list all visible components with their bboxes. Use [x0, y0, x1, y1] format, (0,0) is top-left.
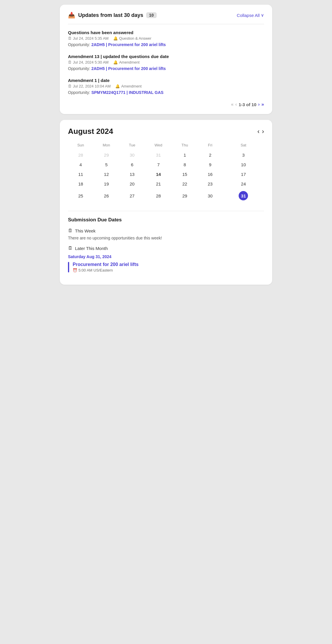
calendar-day[interactable]: 3 — [223, 150, 264, 160]
updates-header: 📥 Updates from last 30 days 10 Collapse … — [68, 12, 264, 19]
day-header-fri: Fri — [198, 143, 223, 150]
submission-date-label: Saturday Aug 31, 2024 — [68, 254, 264, 259]
calendar-day[interactable]: 28 — [68, 150, 93, 160]
update-item: Amendment 1 | date 🗓 Jul 22, 2024 10:04 … — [68, 78, 264, 95]
calendar-day[interactable]: 23 — [198, 179, 223, 189]
opportunity-block: Procurement for 200 ariel lifts ⏰ 5:00 A… — [68, 262, 264, 272]
update-item-meta: 🗓 Jul 22, 2024 10:04 AM 🔔 Amendment — [68, 84, 264, 88]
calendar-day[interactable]: 30 — [119, 150, 145, 160]
day-header-sun: Sun — [68, 143, 93, 150]
calendar-day[interactable]: 4 — [68, 160, 93, 169]
clock-icon: ⏰ — [73, 268, 77, 272]
later-this-month-section: 🗓 Later This Month Saturday Aug 31, 2024… — [68, 246, 264, 272]
calendar-day[interactable]: 12 — [93, 169, 119, 179]
calendar-day[interactable]: 26 — [93, 189, 119, 203]
calendar-day[interactable]: 2 — [198, 150, 223, 160]
prev-page-button[interactable]: ‹ — [235, 102, 237, 107]
calendar-day[interactable]: 25 — [68, 189, 93, 203]
opportunity-link[interactable]: 2ADH5 | Procurement for 200 ariel lifts — [91, 42, 166, 47]
later-this-month-label: 🗓 Later This Month — [68, 246, 264, 251]
calendar-day[interactable]: 27 — [119, 189, 145, 203]
collapse-all-button[interactable]: Collapse All ∨ — [237, 13, 264, 18]
calendar-day[interactable]: 7 — [145, 160, 172, 169]
updates-title: Updates from last 30 days — [78, 12, 143, 18]
update-date: 🗓 Jul 22, 2024 10:04 AM — [68, 84, 111, 88]
pagination-info: 1-3 of 10 — [239, 102, 256, 107]
bell-icon: 🔔 — [113, 36, 118, 41]
opportunity-bar — [68, 262, 69, 272]
calendar-day[interactable]: 11 — [68, 169, 93, 179]
update-item-meta: 🗓 Jul 24, 2024 5:35 AM 🔔 Question & Answ… — [68, 36, 264, 41]
update-type: 🔔 Question & Answer — [113, 36, 151, 41]
calendar-day[interactable]: 31 — [145, 150, 172, 160]
calendar-day-event[interactable]: 31 — [223, 189, 264, 203]
calendar-week: 25 26 27 28 29 30 31 — [68, 189, 264, 203]
pagination: « ‹ 1-3 of 10 › » — [68, 102, 264, 107]
update-type: 🔔 Amendment — [115, 84, 141, 88]
calendar-icon: 🗓 — [68, 36, 72, 41]
update-date: 🗓 Jul 24, 2024 5:30 AM — [68, 60, 109, 64]
opportunity-name[interactable]: Procurement for 200 ariel lifts — [73, 262, 139, 267]
calendar-day[interactable]: 30 — [198, 189, 223, 203]
calendar-day[interactable]: 1 — [172, 150, 198, 160]
updates-inbox-icon: 📥 — [68, 12, 75, 19]
day-header-wed: Wed — [145, 143, 172, 150]
opportunity-link[interactable]: SPMYM224Q1771 | INDUSTRIAL GAS — [91, 90, 163, 95]
calendar-day[interactable]: 16 — [198, 169, 223, 179]
last-page-button[interactable]: » — [261, 102, 264, 107]
calendar-day[interactable]: 15 — [172, 169, 198, 179]
submission-title: Submission Due Dates — [68, 217, 264, 223]
next-page-button[interactable]: › — [258, 102, 260, 107]
this-week-section: 🗓 This Week There are no upcoming opport… — [68, 228, 264, 240]
update-item: Amendment 13 | updated the questions due… — [68, 54, 264, 71]
calendar-days-header: Sun Mon Tue Wed Thu Fri Sat — [68, 143, 264, 150]
calendar-card: August 2024 ‹ › Sun Mon Tue Wed Thu Fri … — [60, 120, 272, 285]
day-header-thu: Thu — [172, 143, 198, 150]
calendar-week: 18 19 20 21 22 23 24 — [68, 179, 264, 189]
opportunity-link[interactable]: 2ADH5 | Procurement for 200 ariel lifts — [91, 66, 166, 71]
update-type: 🔔 Amendment — [113, 60, 139, 64]
calendar-day-today[interactable]: 14 — [145, 169, 172, 179]
day-header-sat: Sat — [223, 143, 264, 150]
calendar-day[interactable]: 6 — [119, 160, 145, 169]
calendar-day[interactable]: 21 — [145, 179, 172, 189]
chevron-down-icon: ∨ — [261, 13, 264, 18]
calendar-nav: ‹ › — [257, 128, 264, 135]
calendar-week: 28 29 30 31 1 2 3 — [68, 150, 264, 160]
calendar-next-button[interactable]: › — [262, 128, 264, 135]
header-divider — [68, 24, 264, 24]
calendar-month-year: August 2024 — [68, 127, 113, 136]
update-item-title: Amendment 1 | date — [68, 78, 264, 83]
calendar-prev-button[interactable]: ‹ — [257, 128, 259, 135]
calendar-day[interactable]: 19 — [93, 179, 119, 189]
calendar-day[interactable]: 9 — [198, 160, 223, 169]
update-item: Questions have been answered 🗓 Jul 24, 2… — [68, 30, 264, 47]
calendar-day[interactable]: 13 — [119, 169, 145, 179]
calendar-day[interactable]: 28 — [145, 189, 172, 203]
opportunity-time: ⏰ 5:00 AM US/Eastern — [73, 268, 139, 272]
calendar-day[interactable]: 8 — [172, 160, 198, 169]
submission-due-dates: Submission Due Dates 🗓 This Week There a… — [68, 211, 264, 272]
updates-card: 📥 Updates from last 30 days 10 Collapse … — [60, 5, 272, 114]
calendar-day[interactable]: 5 — [93, 160, 119, 169]
calendar-day[interactable]: 18 — [68, 179, 93, 189]
update-date: 🗓 Jul 24, 2024 5:35 AM — [68, 36, 109, 41]
first-page-button[interactable]: « — [231, 102, 234, 107]
update-opportunity: Opportunity: 2ADH5 | Procurement for 200… — [68, 66, 264, 71]
update-opportunity: Opportunity: 2ADH5 | Procurement for 200… — [68, 42, 264, 47]
day-header-tue: Tue — [119, 143, 145, 150]
calendar-day[interactable]: 10 — [223, 160, 264, 169]
calendar-day[interactable]: 20 — [119, 179, 145, 189]
calendar-small-icon: 🗓 — [68, 246, 73, 251]
calendar-week: 4 5 6 7 8 9 10 — [68, 160, 264, 169]
calendar-day[interactable]: 22 — [172, 179, 198, 189]
calendar-day[interactable]: 24 — [223, 179, 264, 189]
bell-icon: 🔔 — [115, 84, 120, 88]
calendar-day[interactable]: 17 — [223, 169, 264, 179]
calendar-header: August 2024 ‹ › — [68, 127, 264, 136]
calendar-week: 11 12 13 14 15 16 17 — [68, 169, 264, 179]
update-item-title: Questions have been answered — [68, 30, 264, 35]
calendar-icon: 🗓 — [68, 60, 72, 64]
calendar-day[interactable]: 29 — [93, 150, 119, 160]
calendar-day[interactable]: 29 — [172, 189, 198, 203]
